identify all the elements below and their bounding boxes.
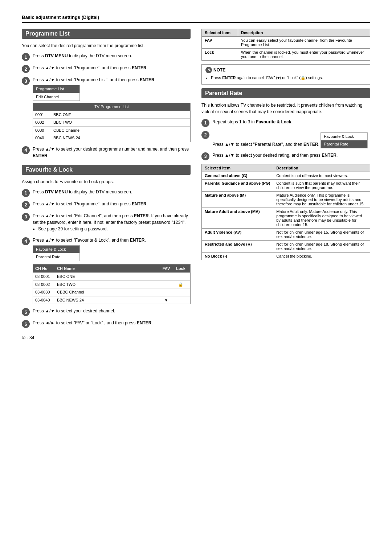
prog-list-menu: Programme List Edit Channel (33, 85, 80, 101)
ch-row2-lock: 🔒 (173, 282, 188, 288)
pr-step-content-2: Press ▲/▼ to select "Parental Rate", and… (212, 131, 370, 148)
tv-row-3: 0030 CBBC Channel (33, 126, 190, 134)
note-label: NOTE (213, 67, 225, 73)
step3-bold: ENTER (140, 77, 155, 82)
pr-step-num-1: 1 (201, 119, 209, 127)
fl-step-5: 5 Press ▲/▼ to select your desired chann… (22, 308, 191, 316)
step-3: 3 Press ▲/▼ to select "Programme List", … (22, 77, 191, 142)
ch-row4-name: BBC NEWS 24 (57, 297, 159, 303)
ch-row1-num: 03-0001 (35, 274, 57, 280)
fl-step-num-6: 6 (22, 320, 30, 328)
step-content-2: Press ▲/▼ to select "Programme", and the… (33, 65, 191, 71)
fl-step-content-5: Press ▲/▼ to select your desired channel… (33, 308, 191, 314)
desc-row-fav: FAV You can easily select your favourite… (202, 37, 370, 49)
fl-step-num-1: 1 (22, 189, 30, 197)
fl-step2-bold: ENTER (132, 201, 147, 206)
step1-bold: DTV MENU (45, 53, 68, 58)
fl-step3-bullets: See page 39 for setting a password. (38, 226, 191, 232)
fl-step-num-5: 5 (22, 308, 30, 316)
note-bullet-1: Press ENTER again to cancel "FAV" (♥) or… (211, 75, 366, 81)
fl-menu-item-parental: Parental Rate (33, 253, 79, 261)
note-bullets: Press ENTER again to cancel "FAV" (♥) or… (211, 75, 366, 81)
pr-desc-m: Mature Audience only. This programme is … (273, 191, 370, 208)
pr-item-ma: Mature Adult and above (MA) (202, 208, 273, 228)
ch-num-1: 0001 (35, 112, 53, 118)
desc-item-fav: FAV (202, 37, 238, 49)
step-num-4: 4 (22, 146, 30, 154)
pr-table-header-desc: Description (273, 164, 370, 172)
ch-table: CH No CH Name FAV Lock 03-0001 BBC ONE 0… (33, 264, 191, 304)
pr-item-g: General and above (G) (202, 172, 273, 179)
pr-row-av: Adult Violence (AV) Not for children und… (202, 228, 370, 240)
desc-row-lock: Lock When the channel is locked, you mus… (202, 49, 370, 61)
pr-desc-av: Not for children under age 15. Strong el… (273, 228, 370, 240)
note-icon: ✎ (205, 67, 212, 73)
fl-step-content-4: Press ▲/▼ to select "Favourite & Lock", … (33, 237, 191, 304)
pr-item-m: Mature and above (M) (202, 191, 273, 208)
col-header-fav: FAV (159, 266, 173, 272)
fl-step3-bullet-1: See page 39 for setting a password. (38, 226, 191, 232)
ch-row-2: 03-0002 BBC TWO 🔒 (33, 280, 190, 288)
pr-step-num-3: 3 (201, 152, 209, 160)
ch-num-3: 0030 (35, 127, 53, 134)
fl-step-1: 1 Press DTV MENU to display the DTV menu… (22, 189, 191, 197)
ch-table-header: CH No CH Name FAV Lock (33, 264, 190, 273)
ch-row4-fav: ♥ (159, 297, 173, 303)
ch-row2-num: 03-0002 (35, 282, 57, 288)
fl-step-num-4: 4 (22, 237, 30, 245)
pr-item-noblock: No Block (-) (202, 252, 273, 260)
page-header: Basic adjustment settings (Digital) (22, 15, 370, 23)
pr-step1-bold: Favourite & Lock (256, 119, 291, 124)
step-num-3: 3 (22, 77, 30, 85)
pr-item-av: Adult Violence (AV) (202, 228, 273, 240)
pr-row-g: General and above (G) Content is not off… (202, 172, 370, 179)
col-header-chname: CH Name (57, 266, 159, 272)
fl-step3-bold: ENTER (134, 213, 149, 218)
pr-step-3: 3 Press ▲/▼ to select your desired ratin… (201, 152, 370, 160)
tv-row-4: 0040 BBC NEWS 24 (33, 134, 190, 142)
ch-row-1: 03-0001 BBC ONE (33, 272, 190, 280)
pr-step-content-3: Press ▲/▼ to select your desired rating,… (212, 152, 370, 159)
pr-step3-bold: ENTER (322, 153, 336, 158)
ch-name-1: BBC ONE (53, 112, 188, 118)
fl-step-content-2: Press ▲/▼ to select "Programme", and the… (33, 201, 191, 207)
note-title: ✎ NOTE (205, 67, 366, 73)
desc-desc-fav: You can easily select your favourite cha… (238, 37, 370, 49)
tv-list-header: TV Programme List (33, 103, 190, 111)
fav-lock-desc-table: Selected item Description FAV You can ea… (201, 29, 370, 61)
pr-menu-box: Favourite & Lock Parental Rate (320, 132, 368, 148)
fl-step-num-2: 2 (22, 201, 30, 209)
pr-desc-g: Content is not offensive to most viewers… (273, 172, 370, 179)
fl-step-content-1: Press DTV MENU to display the DTV menu s… (33, 189, 191, 195)
ch-row3-num: 03-0030 (35, 289, 57, 295)
pr-desc-ma: Mature Adult only. Mature Audience only.… (273, 208, 370, 228)
fl-step6-bold: ENTER (137, 320, 152, 325)
pr-item-r: Restricted and above (R) (202, 240, 273, 252)
pr-desc-r: Not for children under age 18. Strong el… (273, 240, 370, 252)
pr-row-m: Mature and above (M) Mature Audience onl… (202, 191, 370, 208)
page-num: ① · 34 (22, 335, 34, 340)
menu-item-edit-channel: Edit Channel (33, 93, 79, 101)
ch-row-4: 03-0040 BBC NEWS 24 ♥ (33, 296, 190, 304)
pr-step-num-2: 2 (201, 131, 209, 139)
tv-row-2: 0002 BBC TWO (33, 118, 190, 126)
pr-step2-bold: ENTER (303, 141, 318, 147)
fl-step-num-3: 3 (22, 213, 30, 221)
favourite-lock-intro: Assign channels to Favourite or to Lock … (22, 178, 191, 185)
col-header-lock: Lock (173, 266, 188, 272)
right-column: Selected item Description FAV You can ea… (201, 29, 370, 340)
menu-item-programme-list: Programme List (33, 85, 79, 93)
programme-list-intro: You can select the desired programme fro… (22, 42, 191, 49)
fl-step-3: 3 Press ▲/▼ to select "Edit Channel", an… (22, 213, 191, 233)
step-content-3: Press ▲/▼ to select "Programme List", an… (33, 77, 191, 142)
ch-row2-name: BBC TWO (57, 282, 159, 288)
pr-step-1: 1 Repeat steps 1 to 3 in Favourite & Loc… (201, 119, 370, 127)
desc-item-lock: Lock (202, 49, 238, 61)
parental-rate-intro: This function allows TV channels to be r… (201, 102, 370, 115)
pr-menu-item-parental-rate: Parental Rate (321, 140, 367, 148)
ch-row1-name: BBC ONE (57, 274, 159, 280)
fl-menu-item-fav-lock: Favourite & Lock (33, 246, 79, 254)
pr-step-content-1: Repeat steps 1 to 3 in Favourite & Lock. (212, 119, 370, 125)
left-column: Programme List You can select the desire… (22, 29, 191, 340)
favourite-lock-title: Favourite & Lock (22, 165, 191, 175)
